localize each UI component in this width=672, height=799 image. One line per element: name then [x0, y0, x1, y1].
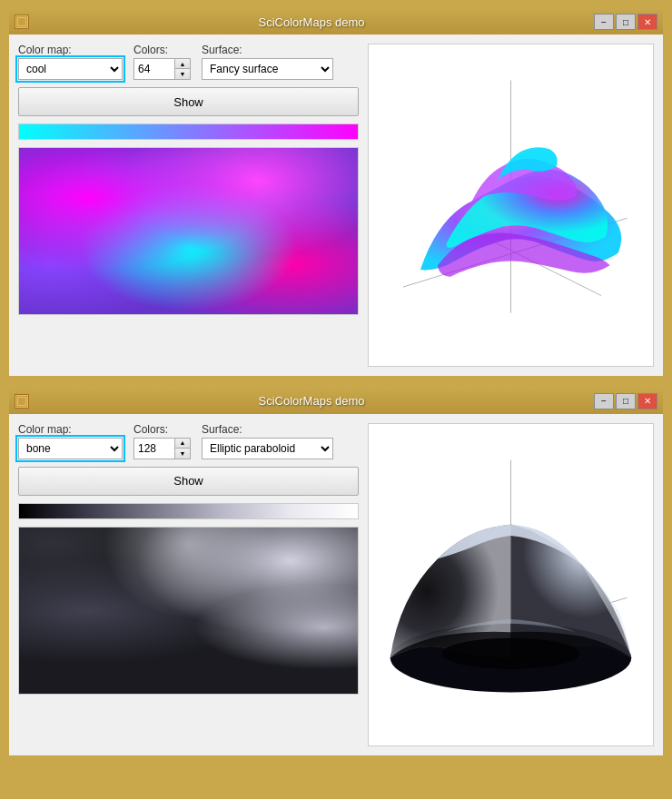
surface-select-2[interactable]: Fancy surface Elliptic paraboloid Sphere… [202, 438, 333, 459]
titlebar-1: SciColorMaps demo − □ ✕ [9, 9, 663, 35]
colormap-select-1[interactable]: cool bone hot jet viridis [18, 58, 123, 80]
titlebar-icon-2 [15, 394, 29, 409]
maximize-button-1[interactable]: □ [616, 14, 636, 30]
colors-group-2: Colors: 128 ▲ ▼ [133, 423, 191, 459]
colors-spinner-1: 64 ▲ ▼ [133, 58, 191, 80]
titlebar-buttons-2: − □ ✕ [594, 393, 657, 409]
colors-spinner-2: 128 ▲ ▼ [133, 438, 191, 459]
left-panel-1: Color map: cool bone hot jet viridis Col… [18, 44, 359, 367]
surface-label-2: Surface: [202, 423, 333, 436]
spinner-buttons-2: ▲ ▼ [174, 438, 191, 459]
svg-point-11 [442, 638, 580, 669]
close-button-1[interactable]: ✕ [637, 14, 657, 30]
surface-select-1[interactable]: Fancy surface Elliptic paraboloid Sphere… [202, 58, 333, 80]
colormap-group-2: Color map: cool bone hot jet viridis [18, 423, 123, 459]
window-body-1: Color map: cool bone hot jet viridis Col… [9, 35, 663, 376]
spinner-up-1[interactable]: ▲ [175, 59, 190, 69]
spinner-buttons-1: ▲ ▼ [174, 58, 191, 80]
heatmap-2 [18, 527, 359, 695]
colors-input-2[interactable]: 128 [133, 438, 174, 459]
colors-label-2: Colors: [133, 423, 191, 436]
spinner-down-1[interactable]: ▼ [175, 69, 190, 79]
controls-row-1: Color map: cool bone hot jet viridis Col… [18, 44, 359, 80]
heatmap-1 [18, 147, 359, 315]
colormap-group-1: Color map: cool bone hot jet viridis [18, 44, 123, 80]
spinner-up-2[interactable]: ▲ [175, 439, 190, 449]
window-body-2: Color map: cool bone hot jet viridis Col… [9, 414, 663, 755]
window-2: SciColorMaps demo − □ ✕ Color map: cool … [7, 387, 665, 757]
window-title-1: SciColorMaps demo [29, 15, 594, 29]
svg-rect-1 [18, 18, 25, 25]
window-title-2: SciColorMaps demo [29, 394, 594, 408]
right-panel-2 [368, 423, 654, 746]
surface-label-1: Surface: [202, 44, 333, 56]
colormap-label-1: Color map: [18, 44, 123, 56]
colorbar-strip-2 [18, 503, 359, 519]
show-button-2[interactable]: Show [18, 467, 359, 496]
close-button-2[interactable]: ✕ [637, 393, 657, 409]
titlebar-2: SciColorMaps demo − □ ✕ [9, 389, 663, 414]
surface-group-2: Surface: Fancy surface Elliptic parabolo… [202, 423, 333, 459]
minimize-button-1[interactable]: − [594, 14, 614, 30]
minimize-button-2[interactable]: − [594, 393, 614, 409]
spinner-down-2[interactable]: ▼ [175, 449, 190, 459]
colormap-select-2[interactable]: cool bone hot jet viridis [18, 438, 123, 459]
surface-plot-1 [369, 44, 653, 366]
show-button-1[interactable]: Show [18, 87, 359, 116]
titlebar-icon-1 [15, 15, 29, 29]
svg-rect-6 [18, 398, 25, 405]
colormap-label-2: Color map: [18, 423, 123, 436]
controls-row-2: Color map: cool bone hot jet viridis Col… [18, 423, 359, 459]
titlebar-buttons-1: − □ ✕ [594, 14, 657, 30]
colors-input-1[interactable]: 64 [133, 58, 174, 80]
colorbar-strip-1 [18, 123, 359, 140]
left-panel-2: Color map: cool bone hot jet viridis Col… [18, 423, 359, 746]
window-1: SciColorMaps demo − □ ✕ Color map: cool … [7, 7, 665, 378]
surface-plot-2 [369, 424, 653, 745]
surface-group-1: Surface: Fancy surface Elliptic parabolo… [202, 44, 333, 80]
maximize-button-2[interactable]: □ [616, 393, 636, 409]
colors-label-1: Colors: [133, 44, 191, 56]
right-panel-1 [368, 44, 654, 367]
colors-group-1: Colors: 64 ▲ ▼ [133, 44, 191, 80]
